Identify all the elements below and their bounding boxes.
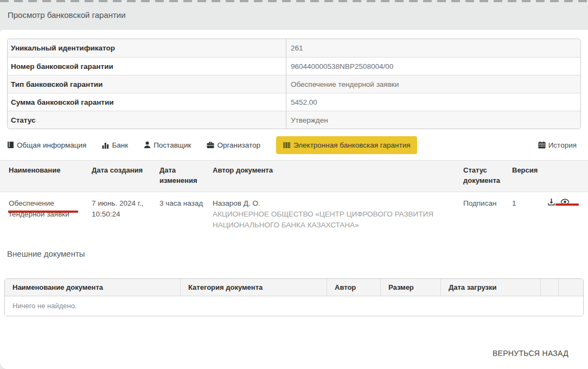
column-header-empty	[541, 279, 559, 296]
info-value: Утвержден	[286, 111, 580, 129]
document-status: Подписан	[463, 198, 512, 231]
info-label: Уникальный идентификатор	[8, 39, 286, 57]
tab-general-info[interactable]: Общая информация	[7, 141, 86, 149]
briefcase-icon	[207, 141, 214, 149]
tab-organizer[interactable]: Организатор	[207, 141, 260, 149]
tab-bar: Общая информация Банк Поставщик Организа…	[7, 135, 581, 155]
document-modified-date: 3 часа назад	[159, 198, 213, 231]
info-label: Номер банковской гарантии	[8, 57, 286, 75]
tab-electronic-bank-guarantee[interactable]: Электронная банковская гарантия	[276, 136, 418, 154]
annotation-underline-action-icons	[555, 203, 579, 206]
tab-label: Поставщик	[154, 141, 191, 149]
document-name: Обеспечение тендерной заявки	[0, 198, 92, 231]
table-row: Номер банковской гарантии 960440000538NB…	[8, 57, 580, 75]
tab-label: Банк	[112, 141, 128, 149]
column-header-empty	[559, 279, 583, 296]
documents-table-header: Наименование Дата создания Дата изменени…	[0, 160, 588, 192]
annotation-underline-document-name	[8, 211, 78, 213]
column-header: Автор документа	[213, 166, 463, 176]
column-header: Категория документа	[181, 279, 327, 296]
table-row: Статус Утвержден	[8, 111, 580, 129]
empty-state-text: Ничего не найдено.	[5, 296, 583, 316]
info-value: 5452.00	[286, 93, 580, 111]
tab-label: Общая информация	[17, 141, 86, 149]
column-header: Наименование	[0, 166, 92, 176]
external-documents-header: Наименование документа Категория докумен…	[5, 279, 583, 296]
info-label: Тип банковской гарантии	[8, 75, 286, 93]
tab-label: Электронная банковская гарантия	[293, 141, 411, 149]
tab-history[interactable]: История	[538, 141, 577, 149]
info-value: 261	[286, 39, 580, 57]
info-value: 960440000538NBP2508004/00	[286, 57, 580, 75]
download-icon[interactable]	[547, 198, 555, 209]
guarantee-info-table: Уникальный идентификатор 261 Номер банко…	[7, 39, 581, 129]
column-header: Размер	[381, 279, 441, 296]
crop-dashed-line	[0, 0, 588, 2]
external-documents-title: Внешние документы	[7, 249, 581, 258]
info-label: Сумма банковской гарантии	[8, 93, 286, 111]
table-row: Тип банковской гарантии Обеспечение тенд…	[8, 75, 580, 93]
tab-label: История	[548, 141, 577, 149]
author-organization: АКЦИОНЕРНОЕ ОБЩЕСТВО «ЦЕНТР ЦИФРОВОГО РА…	[213, 209, 456, 231]
author-name: Назаров Д. О.	[213, 198, 456, 209]
table-row: Обеспечение тендерной заявки 7 июнь. 202…	[0, 192, 588, 237]
column-header: Наименование документа	[5, 279, 181, 296]
document-author: Назаров Д. О. АКЦИОНЕРНОЕ ОБЩЕСТВО «ЦЕНТ…	[213, 198, 463, 231]
external-documents-table: Наименование документа Категория докумен…	[4, 278, 584, 316]
book-icon	[7, 141, 14, 149]
content-card: Уникальный идентификатор 261 Номер банко…	[0, 30, 588, 369]
table-row: Сумма банковской гарантии 5452.00	[8, 93, 580, 111]
person-icon	[144, 141, 151, 149]
column-header: Дата создания	[92, 166, 159, 176]
column-header: Автор	[327, 279, 381, 296]
tab-supplier[interactable]: Поставщик	[144, 141, 191, 149]
document-version: 1	[512, 198, 542, 231]
page-title: Просмотр банковской гарантии	[0, 0, 588, 29]
bar-chart-icon	[102, 141, 109, 149]
back-button[interactable]: ВЕРНУТЬСЯ НАЗАД	[493, 349, 568, 358]
document-created-date: 7 июнь. 2024 г., 10:50:24	[92, 198, 159, 231]
column-header: Дата изменения	[159, 166, 213, 186]
column-header: Версия	[512, 166, 542, 176]
calendar-icon	[538, 141, 546, 149]
info-label: Статус	[8, 111, 286, 129]
table-row: Уникальный идентификатор 261	[8, 39, 580, 57]
info-value: Обеспечение тендерной заявки	[286, 75, 580, 93]
documents-table: Наименование Дата создания Дата изменени…	[0, 160, 588, 236]
column-header: Дата загрузки	[441, 279, 541, 296]
column-header: Статус документа	[463, 166, 512, 186]
tab-label: Организатор	[217, 141, 260, 149]
tab-bank[interactable]: Банк	[102, 141, 128, 149]
barcode-icon	[283, 142, 291, 149]
